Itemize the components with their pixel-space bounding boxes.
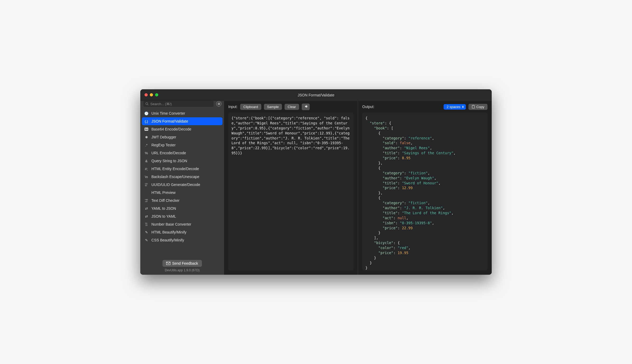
traffic-lights — [145, 93, 158, 96]
clear-button[interactable]: Clear — [285, 104, 299, 110]
copy-button[interactable]: Copy — [468, 104, 487, 110]
sidebar-item-label: Backslash Escape/Unescape — [151, 175, 199, 179]
sidebar-item-label: Unix Time Converter — [151, 111, 185, 115]
sidebar: Search... (⌘/) 🕑Unix Time Converter{,}JS… — [140, 101, 224, 275]
bslash-icon: \n — [144, 175, 149, 179]
sidebar-item-label: URL Encode/Decode — [151, 151, 186, 155]
feedback-label: Send Feedback — [172, 261, 198, 265]
feedback-button[interactable]: Send Feedback — [162, 260, 202, 267]
sidebar-item-label: UUID/ULID Generate/Decode — [151, 183, 200, 187]
jwt-icon: ✱ — [144, 135, 149, 139]
sidebar-item-1[interactable]: {,}JSON Format/Validate — [142, 117, 222, 125]
wand-icon: ✎ — [144, 230, 149, 234]
amp-icon: & — [144, 159, 149, 163]
copy-label: Copy — [476, 105, 484, 109]
sidebar-item-8[interactable]: \nBackslash Escape/Unescape — [142, 173, 222, 181]
maximize-icon[interactable] — [155, 93, 158, 96]
sidebar-item-4[interactable]: .*RegExp Tester — [142, 141, 222, 149]
sidebar-item-label: RegExp Tester — [151, 143, 176, 147]
svg-rect-1 — [472, 105, 475, 108]
sidebar-item-label: HTML Preview — [151, 190, 175, 195]
close-icon[interactable] — [145, 93, 148, 96]
clipboard-button[interactable]: Clipboard — [240, 104, 261, 110]
main-area: Input: Clipboard Sample Clear {"store":{… — [224, 101, 492, 275]
sidebar-item-label: Base64 Encode/Decode — [151, 127, 191, 131]
sidebar-item-10[interactable]: HTML Preview — [142, 189, 222, 197]
sidebar-item-label: HTML Beautify/Minify — [151, 230, 187, 234]
sidebar-item-label: HTML Entity Encode/Decode — [151, 167, 199, 171]
sidebar-item-16[interactable]: ✎CSS Beautify/Minify — [142, 236, 222, 244]
pct-icon: % — [144, 151, 149, 155]
sidebar-list: 🕑Unix Time Converter{,}JSON Format/Valid… — [140, 109, 224, 258]
sidebar-item-11[interactable]: +ab -cdText Diff Checker — [142, 197, 222, 204]
clipboard-icon — [472, 105, 475, 109]
b64-icon: 64 — [144, 128, 149, 131]
chevron-updown-icon — [462, 106, 464, 108]
sidebar-footer: Send Feedback DevUtils.app 1.9.0 (67D) — [140, 258, 224, 275]
sidebar-item-15[interactable]: ✎HTML Beautify/Minify — [142, 228, 222, 236]
bits-icon: 01 10 — [144, 222, 149, 226]
sidebar-item-14[interactable]: 01 10Number Base Converter — [142, 220, 222, 228]
sidebar-item-label: Query String to JSON — [151, 159, 187, 163]
sidebar-item-label: JSON Format/Validate — [151, 119, 188, 123]
uuid-icon: UU ID — [144, 183, 149, 186]
sidebar-item-label: Number Base Converter — [151, 222, 191, 226]
output-label: Output: — [362, 105, 374, 109]
indent-select[interactable]: 2 spaces — [444, 104, 466, 110]
wand-icon: ✎ — [144, 238, 149, 242]
sample-button[interactable]: Sample — [264, 104, 282, 110]
sidebar-item-0[interactable]: 🕑Unix Time Converter — [142, 109, 222, 117]
sidebar-item-2[interactable]: 64Base64 Encode/Decode — [142, 125, 222, 133]
diff-icon: +ab -cd — [144, 199, 149, 202]
input-pane: Input: Clipboard Sample Clear {"store":{… — [224, 101, 358, 275]
sidebar-item-13[interactable]: ⇄JSON to YAML — [142, 212, 222, 220]
output-pane: Output: 2 spaces Copy { "store": { "book… — [358, 101, 492, 275]
sidebar-item-7[interactable]: #;HTML Entity Encode/Decode — [142, 165, 222, 173]
input-editor[interactable]: {"store":{"book":[{"category":"reference… — [228, 113, 354, 270]
search-placeholder: Search... (⌘/) — [150, 102, 172, 106]
window-title: JSON Format/Validate — [298, 93, 334, 97]
sidebar-item-12[interactable]: ⇄YAML to JSON — [142, 204, 222, 212]
minimize-icon[interactable] — [150, 93, 153, 96]
indent-label: 2 spaces — [447, 105, 461, 109]
app-window: JSON Format/Validate Search... (⌘/) 🕑Uni… — [140, 89, 492, 275]
sidebar-item-label: JWT Debugger — [151, 135, 176, 139]
titlebar: JSON Format/Validate — [140, 89, 492, 101]
sidebar-item-label: Text Diff Checker — [151, 198, 179, 203]
sidebar-item-9[interactable]: UU IDUUID/ULID Generate/Decode — [142, 181, 222, 189]
mail-icon — [166, 262, 170, 265]
settings-button[interactable] — [302, 104, 310, 110]
sidebar-item-6[interactable]: &Query String to JSON — [142, 157, 222, 165]
sidebar-item-5[interactable]: %URL Encode/Decode — [142, 149, 222, 157]
sidebar-item-label: JSON to YAML — [151, 214, 176, 218]
hash-icon: #; — [144, 167, 149, 171]
input-text: {"store":{"book":[{"category":"reference… — [231, 116, 350, 156]
clock-icon: 🕑 — [144, 111, 149, 115]
gear-icon — [304, 105, 308, 108]
output-editor[interactable]: { "store": { "book": [ { "category": "re… — [362, 113, 487, 270]
output-text: { "store": { "book": [ { "category": "re… — [365, 116, 484, 270]
sidebar-item-label: CSS Beautify/Minify — [151, 238, 184, 242]
swap-icon: ⇄ — [144, 207, 149, 211]
braces-icon: {,} — [144, 119, 149, 123]
version-label: DevUtils.app 1.9.0 (67D) — [140, 268, 224, 272]
content: Search... (⌘/) 🕑Unix Time Converter{,}JS… — [140, 101, 492, 275]
swap-icon: ⇄ — [144, 214, 149, 218]
search-icon — [145, 102, 149, 106]
sidebar-item-3[interactable]: ✱JWT Debugger — [142, 133, 222, 141]
search-input[interactable]: Search... (⌘/) — [143, 100, 214, 107]
input-label: Input: — [228, 105, 238, 109]
regex-icon: .* — [144, 143, 149, 147]
sidebar-item-label: YAML to JSON — [151, 206, 176, 211]
filter-icon[interactable] — [216, 101, 221, 106]
